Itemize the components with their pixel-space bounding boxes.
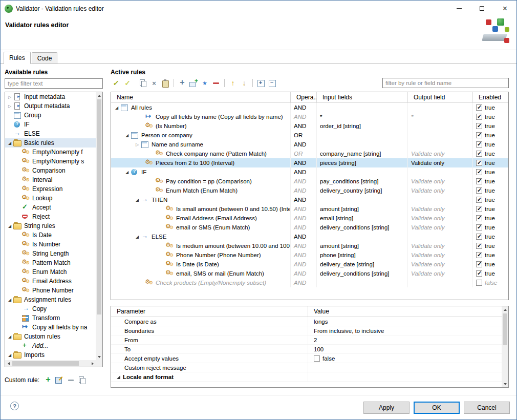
tree-horizontal-scrollbar[interactable] — [5, 360, 96, 367]
rule-row[interactable]: Is Date (Is Date)ANDdelivery_date [strin… — [111, 260, 508, 269]
duplicate-custom-rule-icon[interactable] — [76, 375, 88, 385]
parameter-row[interactable]: From2 — [111, 335, 508, 345]
scroll-up-icon[interactable] — [502, 306, 508, 313]
validate-icon[interactable] — [111, 78, 122, 88]
add-group-icon[interactable] — [188, 78, 199, 88]
tree-item[interactable]: Copy — [5, 304, 96, 313]
expander-icon[interactable] — [123, 132, 131, 138]
tree-item[interactable]: Comparison — [5, 166, 96, 175]
expand-all-icon[interactable] — [255, 78, 267, 88]
tree-item[interactable]: Lookup — [5, 194, 96, 203]
tree-item[interactable]: Custom rules — [5, 332, 96, 341]
rule-row[interactable]: Is medium amount (between 10.00 and 1000… — [111, 241, 508, 250]
tree-item[interactable]: Input metadata — [5, 92, 96, 101]
enabled-checkbox[interactable] — [476, 280, 482, 286]
parameter-row[interactable]: Locale and format — [111, 372, 508, 382]
paste-icon[interactable] — [160, 78, 171, 88]
tree-item[interactable]: IF — [5, 120, 96, 129]
enabled-checkbox[interactable] — [476, 104, 482, 111]
expander-icon[interactable] — [134, 234, 141, 240]
tree-item[interactable]: Empty/Nonempty s — [5, 157, 96, 166]
tree-item[interactable]: String Length — [5, 249, 96, 258]
add-rule-icon[interactable] — [177, 78, 188, 88]
rule-row[interactable]: email or SMS (Enum Match)ANDdelivery_con… — [111, 223, 508, 232]
rule-row[interactable]: Enum Match (Enum Match)ANDdelivery_count… — [111, 186, 508, 195]
tree-item[interactable]: Empty/Nonempty f — [5, 148, 96, 157]
expander-icon[interactable] — [113, 104, 120, 111]
rule-row[interactable]: (Is Number)ANDorder_id [string]true — [111, 121, 508, 131]
enabled-checkbox[interactable] — [476, 160, 482, 166]
tree-item[interactable]: Expression — [5, 184, 96, 194]
cancel-button[interactable]: Cancel — [464, 402, 510, 414]
scrollbar-thumb[interactable] — [503, 313, 507, 345]
parameter-row[interactable]: Accept empty valuesfalse — [111, 354, 508, 363]
tree-item[interactable]: Pattern Match — [5, 258, 96, 267]
rule-row[interactable]: Email Address (Email Address)ANDemail [s… — [111, 214, 508, 223]
tree-item[interactable]: Copy all fields by na — [5, 323, 96, 332]
enabled-checkbox[interactable] — [476, 151, 482, 157]
enabled-checkbox[interactable] — [476, 270, 482, 277]
expander-icon[interactable] — [134, 141, 141, 148]
edit-custom-rule-icon[interactable] — [54, 375, 65, 385]
expander-icon[interactable] — [123, 169, 131, 175]
enabled-checkbox[interactable] — [476, 197, 482, 203]
enabled-checkbox[interactable] — [476, 169, 482, 175]
parameters-scrollbar[interactable] — [502, 306, 508, 387]
expander-icon[interactable] — [6, 102, 13, 110]
rule-row[interactable]: Phone Number (Phone Number)ANDphone [str… — [111, 250, 508, 260]
tree-vertical-scrollbar[interactable] — [96, 92, 102, 360]
expander-icon[interactable] — [6, 139, 13, 146]
rule-row[interactable]: Pieces from 2 to 100 (Interval)ANDpieces… — [111, 158, 508, 167]
rule-row[interactable]: Check company name (Pattern Match)ORcomp… — [111, 149, 508, 158]
enabled-checkbox[interactable] — [476, 114, 482, 120]
tree-item[interactable]: Accept — [5, 203, 96, 212]
scrollbar-thumb[interactable] — [12, 361, 79, 366]
enabled-checkbox[interactable] — [476, 234, 482, 240]
tree-item[interactable]: Basic rules — [5, 138, 96, 148]
rules-filter-input[interactable] — [382, 78, 509, 88]
close-button[interactable] — [493, 1, 516, 16]
parameter-row[interactable]: To100 — [111, 345, 508, 354]
scroll-down-icon[interactable] — [96, 353, 102, 360]
enabled-checkbox[interactable] — [476, 206, 482, 212]
move-up-icon[interactable] — [227, 78, 239, 88]
tree-item[interactable]: String rules — [5, 221, 96, 230]
enabled-checkbox[interactable] — [476, 178, 482, 184]
help-icon[interactable]: ? — [10, 402, 19, 410]
move-down-icon[interactable] — [239, 78, 250, 88]
scrollbar-thumb[interactable] — [97, 99, 101, 314]
collapse-all-icon[interactable] — [267, 78, 278, 88]
available-filter-input[interactable] — [5, 78, 103, 89]
parameter-row[interactable]: Custom reject message — [111, 363, 508, 372]
parameter-row[interactable]: BoundariesFrom inclusive, to inclusive — [111, 326, 508, 335]
tree-item[interactable]: Transform — [5, 313, 96, 323]
rule-row[interactable]: Check products (Empty/Nonempty subset)AN… — [111, 278, 508, 287]
expander-icon[interactable] — [6, 296, 13, 303]
remove-rule-icon[interactable] — [210, 78, 222, 88]
apply-button[interactable]: Apply — [363, 402, 410, 414]
cut-icon[interactable] — [148, 78, 160, 88]
enabled-checkbox[interactable] — [476, 252, 482, 258]
enabled-checkbox[interactable] — [476, 141, 482, 148]
add-custom-rule-icon[interactable] — [42, 375, 54, 385]
rule-row[interactable]: Is small amount (between 0 and 10.50) (I… — [111, 204, 508, 214]
tree-item[interactable]: Is Number — [5, 240, 96, 249]
enabled-checkbox[interactable] — [476, 132, 482, 138]
tree-item[interactable]: Phone Number — [5, 286, 96, 295]
expander-icon[interactable] — [6, 351, 13, 359]
enabled-checkbox[interactable] — [476, 187, 482, 194]
copy-icon[interactable] — [137, 78, 148, 88]
maximize-button[interactable] — [470, 1, 493, 16]
expander-icon[interactable] — [134, 197, 141, 203]
tree-item[interactable]: Reject — [5, 212, 96, 221]
rule-row[interactable]: Person or companyORtrue — [111, 131, 508, 140]
parameter-checkbox[interactable] — [314, 355, 320, 362]
parameter-row[interactable]: Compare aslongs — [111, 317, 508, 326]
rule-row[interactable]: Copy all fields by name (Copy all fields… — [111, 112, 508, 121]
enabled-checkbox[interactable] — [476, 215, 482, 221]
scroll-up-icon[interactable] — [96, 92, 102, 99]
rule-wizard-icon[interactable] — [199, 78, 210, 88]
scroll-left-icon[interactable] — [5, 360, 12, 367]
remove-custom-rule-icon[interactable] — [65, 375, 76, 385]
tree-item[interactable]: Output metadata — [5, 101, 96, 111]
